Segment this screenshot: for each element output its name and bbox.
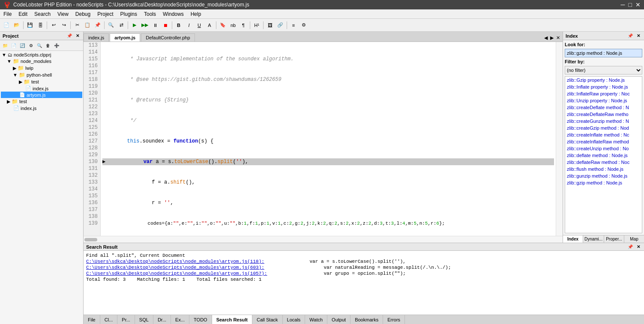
btab-bookmarks[interactable]: Bookmarks: [350, 315, 383, 324]
btab-file[interactable]: File: [84, 315, 100, 324]
toolbar-misc2[interactable]: nb: [228, 21, 238, 30]
toolbar-find[interactable]: 🔍: [106, 21, 116, 30]
minimize-button[interactable]: ─: [621, 1, 625, 8]
tab-index-js[interactable]: index.js: [84, 33, 109, 42]
menu-project[interactable]: Project: [94, 10, 117, 18]
tab-defaultcontroller[interactable]: DefaultController.php: [141, 33, 195, 42]
index-panel-close[interactable]: ✕: [635, 33, 641, 39]
index-list-item[interactable]: zlib::createDeflateRaw metho: [565, 111, 642, 118]
toolbar-paste[interactable]: 📌: [93, 21, 102, 30]
toolbar-open[interactable]: 📂: [12, 21, 21, 30]
toolbar-font[interactable]: A: [205, 21, 214, 30]
menu-windows[interactable]: Windows: [159, 10, 187, 18]
project-panel-controls[interactable]: 📌 ✕: [66, 33, 81, 39]
toolbar-new[interactable]: 📄: [2, 21, 11, 30]
toolbar-run[interactable]: ▶: [130, 21, 139, 30]
menu-edit[interactable]: Edit: [15, 10, 31, 18]
tree-item-python-shell[interactable]: ▼ 📁 python-shell: [1, 71, 82, 78]
toolbar-underline[interactable]: U: [195, 21, 204, 30]
tree-item-test-folder[interactable]: ▶ 📁 test: [1, 78, 82, 85]
project-panel-close[interactable]: ✕: [75, 33, 81, 39]
index-list-item[interactable]: zlib::createDeflate method : N: [565, 104, 642, 111]
index-list-item[interactable]: zlib::Inflate property : Node.js: [565, 83, 642, 90]
index-list-item[interactable]: zlib::createInflateRaw method: [565, 138, 642, 145]
toolbar-misc1[interactable]: 🔖: [218, 21, 228, 30]
project-tb-4[interactable]: ⚙: [27, 42, 35, 49]
btab-locals[interactable]: Locals: [283, 315, 306, 324]
toolbar-save-all[interactable]: 🗄: [36, 21, 45, 30]
toolbar-debug[interactable]: ▶▶: [140, 21, 150, 30]
rp-tab-proper[interactable]: Proper...: [604, 235, 624, 243]
menu-view[interactable]: View: [54, 10, 72, 18]
btab-dr[interactable]: Dr...: [153, 315, 171, 324]
editor-scrollbar[interactable]: [556, 42, 563, 236]
toolbar-copy[interactable]: 📋: [83, 21, 92, 30]
toolbar-stop[interactable]: ⏹: [161, 21, 170, 30]
toolbar-pause[interactable]: ⏸: [150, 21, 160, 30]
index-list-item[interactable]: zlib::deflateRaw method : Noc: [565, 159, 642, 166]
index-list-item[interactable]: zlib::createUnzip method : No: [565, 145, 642, 152]
toolbar-replace[interactable]: ⇄: [117, 21, 126, 30]
index-list-item[interactable]: zlib::flush method : Node.js: [565, 166, 642, 172]
tree-item-artyom-js[interactable]: 📄 artyom.js: [1, 92, 82, 98]
search-result-link-1[interactable]: C:\Users\sdkca\Desktop\nodeScripts\node_…: [86, 259, 264, 264]
index-list-item[interactable]: zlib::createGzip method : Nod: [565, 125, 642, 131]
btab-pr[interactable]: Pr...: [117, 315, 135, 324]
rp-tab-dynamic[interactable]: Dynami...: [583, 235, 604, 243]
tree-item-index-js-root[interactable]: 📄 index.js: [1, 105, 82, 111]
toolbar-image[interactable]: 🖼: [265, 21, 275, 30]
btab-sql[interactable]: SQL: [135, 315, 153, 324]
search-result-row-1[interactable]: C:\Users\sdkca\Desktop\nodeScripts\node_…: [85, 259, 642, 265]
filter-select[interactable]: (no filter): [565, 66, 642, 74]
menu-search[interactable]: Search: [31, 10, 54, 18]
index-list-item[interactable]: zlib::gzip method : Node.js: [565, 179, 642, 186]
toolbar-bold[interactable]: B: [174, 21, 183, 30]
project-panel-pin[interactable]: 📌: [66, 33, 73, 39]
menu-help[interactable]: Help: [187, 10, 205, 18]
project-tb-7[interactable]: ➕: [53, 42, 60, 49]
bottom-panel-controls[interactable]: 📌 ✕: [626, 244, 641, 250]
btab-todo[interactable]: TODO: [189, 315, 212, 324]
index-list-item[interactable]: zlib::InflateRaw property : Noc: [565, 90, 642, 97]
toolbar-heading[interactable]: H¹: [252, 21, 261, 30]
index-list-item[interactable]: zlib::Gzip property : Node.js: [565, 77, 642, 83]
index-list-item[interactable]: zlib::createGunzip method : N: [565, 118, 642, 125]
tree-item-index-js-1[interactable]: 📄 index.js: [1, 85, 82, 92]
search-result-row-3[interactable]: C:\Users\sdkca\Desktop\nodeScripts\node_…: [85, 270, 642, 276]
tab-nav-next[interactable]: ▶: [549, 34, 554, 42]
tree-item-test[interactable]: ▶ 📁 test: [1, 98, 82, 105]
index-list-item[interactable]: zlib::deflate method : Node.js: [565, 152, 642, 159]
toolbar-save[interactable]: 💾: [25, 21, 35, 30]
toolbar-misc3[interactable]: ¶: [239, 21, 248, 30]
btab-call-stack[interactable]: Call Stack: [252, 315, 283, 324]
toolbar-cut[interactable]: ✂: [72, 21, 82, 30]
toolbar-link[interactable]: 🔗: [276, 21, 285, 30]
tree-item-lwip[interactable]: ▶ 📁 lwip: [1, 65, 82, 71]
bottom-panel-close[interactable]: ✕: [635, 244, 641, 250]
toolbar-redo[interactable]: ↪: [59, 21, 69, 30]
bottom-panel-pin[interactable]: 📌: [626, 244, 634, 250]
project-tb-2[interactable]: 📄: [10, 42, 18, 49]
btab-watch[interactable]: Watch: [305, 315, 327, 324]
code-content[interactable]: * Javascript implementation of the sound…: [101, 42, 556, 236]
toolbar-settings[interactable]: ⚙: [299, 21, 309, 30]
index-list-item[interactable]: zlib::gunzip method : Node.js: [565, 172, 642, 179]
tab-nav-close[interactable]: ✕: [555, 34, 561, 42]
search-result-link-3[interactable]: C:\Users\sdkca\Desktop\nodeScripts\node_…: [86, 271, 267, 276]
toolbar-italic[interactable]: I: [184, 21, 194, 30]
btab-search-result[interactable]: Search Result: [212, 315, 252, 324]
btab-cl[interactable]: Cl...: [100, 315, 118, 324]
toolbar-undo[interactable]: ↩: [49, 21, 58, 30]
index-panel-pin[interactable]: 📌: [626, 33, 634, 39]
tab-nav-prev[interactable]: ◀: [543, 34, 548, 42]
project-tb-6[interactable]: 🗑: [44, 42, 52, 49]
menu-debug[interactable]: Debug: [72, 10, 94, 18]
index-list-item[interactable]: zlib::Unzip property : Node.js: [565, 97, 642, 104]
tree-item-node_modules[interactable]: ▼ 📁 node_modules: [1, 58, 82, 65]
tree-item-root[interactable]: ▼ 🗂 nodeScripts.clpprj: [1, 52, 82, 58]
menu-file[interactable]: File: [0, 10, 15, 18]
search-result-row-2[interactable]: C:\Users\sdkca\Desktop\nodeScripts\node_…: [85, 265, 642, 270]
title-controls[interactable]: ─ □ ✕: [621, 1, 641, 8]
menu-tools[interactable]: Tools: [141, 10, 159, 18]
menu-plugins[interactable]: Plugins: [117, 10, 141, 18]
